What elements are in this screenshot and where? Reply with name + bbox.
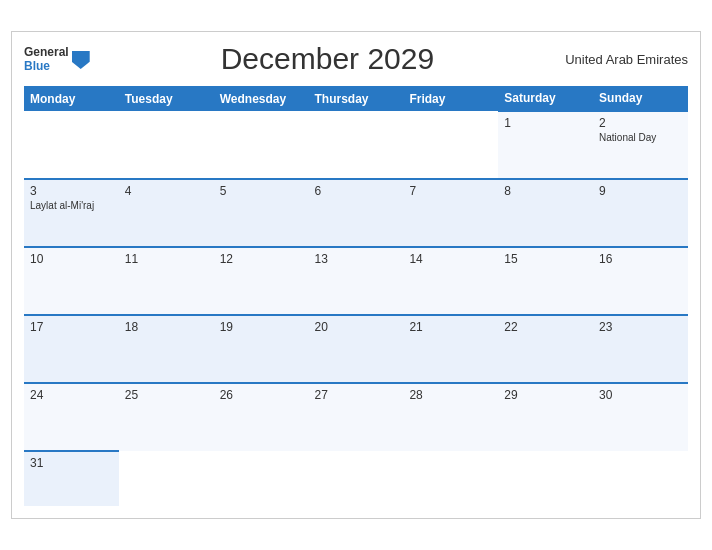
weekday-header-saturday: Saturday [498, 86, 593, 111]
weekday-header-tuesday: Tuesday [119, 86, 214, 111]
calendar-cell: 15 [498, 247, 593, 315]
day-number: 28 [409, 388, 492, 402]
week-row-1: 12National Day [24, 111, 688, 179]
calendar-cell: 28 [403, 383, 498, 451]
calendar-cell [309, 451, 404, 506]
weekday-header-friday: Friday [403, 86, 498, 111]
day-number: 15 [504, 252, 587, 266]
calendar-cell: 18 [119, 315, 214, 383]
calendar-cell: 5 [214, 179, 309, 247]
logo-icon [72, 51, 90, 69]
day-number: 11 [125, 252, 208, 266]
week-row-2: 3Laylat al-Mi'raj456789 [24, 179, 688, 247]
calendar-grid: MondayTuesdayWednesdayThursdayFridaySatu… [24, 86, 688, 506]
calendar-cell [403, 451, 498, 506]
week-row-3: 10111213141516 [24, 247, 688, 315]
day-number: 5 [220, 184, 303, 198]
logo-blue: Blue [24, 59, 69, 73]
calendar-cell: 7 [403, 179, 498, 247]
weekday-header-thursday: Thursday [309, 86, 404, 111]
calendar-cell: 9 [593, 179, 688, 247]
calendar-cell: 11 [119, 247, 214, 315]
day-number: 19 [220, 320, 303, 334]
day-event: Laylat al-Mi'raj [30, 200, 113, 211]
calendar-cell: 27 [309, 383, 404, 451]
day-number: 30 [599, 388, 682, 402]
day-number: 16 [599, 252, 682, 266]
day-number: 26 [220, 388, 303, 402]
weekday-header-row: MondayTuesdayWednesdayThursdayFridaySatu… [24, 86, 688, 111]
calendar-cell: 6 [309, 179, 404, 247]
day-number: 23 [599, 320, 682, 334]
calendar-cell: 4 [119, 179, 214, 247]
calendar-cell [24, 111, 119, 179]
calendar-header: General Blue December 2029 United Arab E… [24, 42, 688, 76]
day-number: 24 [30, 388, 113, 402]
calendar-cell: 22 [498, 315, 593, 383]
calendar-cell: 25 [119, 383, 214, 451]
day-number: 13 [315, 252, 398, 266]
day-number: 9 [599, 184, 682, 198]
calendar-cell [309, 111, 404, 179]
calendar-cell: 26 [214, 383, 309, 451]
day-number: 4 [125, 184, 208, 198]
calendar-cell: 2National Day [593, 111, 688, 179]
calendar-cell [498, 451, 593, 506]
calendar-cell: 23 [593, 315, 688, 383]
day-number: 31 [30, 456, 113, 470]
week-row-6: 31 [24, 451, 688, 506]
day-number: 20 [315, 320, 398, 334]
weekday-header-monday: Monday [24, 86, 119, 111]
logo-text: General Blue [24, 45, 69, 74]
day-number: 7 [409, 184, 492, 198]
calendar-cell: 12 [214, 247, 309, 315]
day-number: 8 [504, 184, 587, 198]
calendar-cell [214, 451, 309, 506]
calendar-cell: 20 [309, 315, 404, 383]
day-number: 3 [30, 184, 113, 198]
day-number: 10 [30, 252, 113, 266]
day-number: 12 [220, 252, 303, 266]
calendar-cell [119, 111, 214, 179]
calendar-cell [403, 111, 498, 179]
day-number: 1 [504, 116, 587, 130]
day-number: 25 [125, 388, 208, 402]
calendar-cell: 29 [498, 383, 593, 451]
day-number: 6 [315, 184, 398, 198]
calendar-cell [593, 451, 688, 506]
calendar-cell: 31 [24, 451, 119, 506]
week-row-5: 24252627282930 [24, 383, 688, 451]
calendar-cell [119, 451, 214, 506]
day-number: 21 [409, 320, 492, 334]
calendar-cell: 14 [403, 247, 498, 315]
calendar-cell: 13 [309, 247, 404, 315]
day-number: 17 [30, 320, 113, 334]
weekday-header-sunday: Sunday [593, 86, 688, 111]
calendar-cell [214, 111, 309, 179]
calendar-cell: 17 [24, 315, 119, 383]
weekday-header-wednesday: Wednesday [214, 86, 309, 111]
calendar-cell: 10 [24, 247, 119, 315]
logo-general: General [24, 45, 69, 59]
calendar-cell: 1 [498, 111, 593, 179]
day-number: 22 [504, 320, 587, 334]
calendar-cell: 8 [498, 179, 593, 247]
calendar-cell: 21 [403, 315, 498, 383]
calendar-cell: 3Laylat al-Mi'raj [24, 179, 119, 247]
calendar-region: United Arab Emirates [565, 52, 688, 67]
day-number: 29 [504, 388, 587, 402]
calendar-cell: 16 [593, 247, 688, 315]
day-event: National Day [599, 132, 682, 143]
week-row-4: 17181920212223 [24, 315, 688, 383]
calendar-title: December 2029 [90, 42, 565, 76]
calendar-cell: 19 [214, 315, 309, 383]
calendar-cell: 24 [24, 383, 119, 451]
day-number: 18 [125, 320, 208, 334]
day-number: 27 [315, 388, 398, 402]
calendar-container: General Blue December 2029 United Arab E… [11, 31, 701, 519]
calendar-cell: 30 [593, 383, 688, 451]
logo: General Blue [24, 45, 90, 74]
day-number: 2 [599, 116, 682, 130]
day-number: 14 [409, 252, 492, 266]
